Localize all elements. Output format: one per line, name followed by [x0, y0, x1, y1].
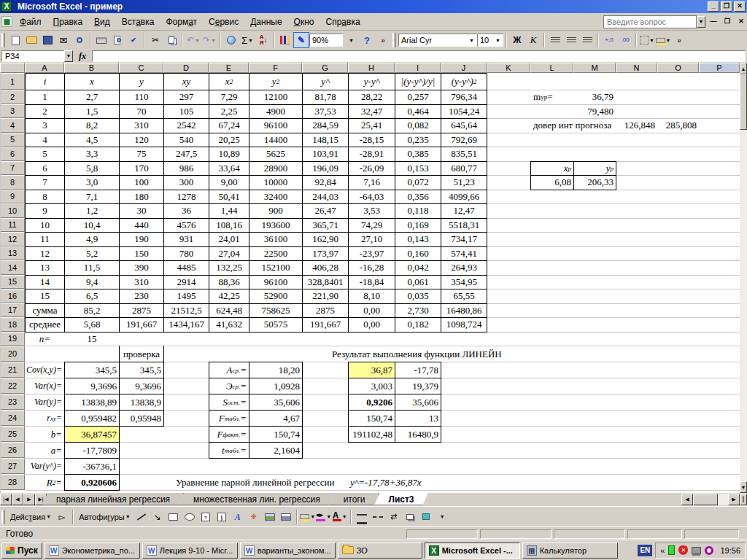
grid-cell[interactable]: 792,69 — [441, 133, 487, 147]
grid-cell[interactable]: xy — [164, 74, 209, 90]
print-icon[interactable] — [93, 32, 109, 48]
grid-cell[interactable]: 148,15 — [303, 133, 348, 147]
grid-cell[interactable]: 12100 — [249, 90, 302, 104]
grid-cell[interactable]: 36,87 — [349, 362, 395, 378]
grid-cell[interactable]: 50,41 — [209, 190, 249, 204]
grid-cell[interactable]: 4 — [26, 133, 64, 147]
grid-cell[interactable]: 12,47 — [441, 204, 487, 218]
grid-cell[interactable]: y^ — [303, 74, 348, 90]
grid-cell[interactable]: 27,04 — [209, 247, 249, 261]
grid-cell[interactable]: 244,03 — [303, 190, 348, 204]
row-header-23[interactable]: 23 — [0, 394, 25, 410]
grid-cell[interactable]: 152100 — [249, 261, 302, 275]
wordart-icon[interactable]: А — [230, 509, 246, 525]
grid-cell[interactable]: 0,143 — [395, 233, 441, 246]
row-header-18[interactable]: 18 — [0, 317, 25, 332]
grid-cell[interactable]: 22500 — [249, 247, 302, 261]
column-header-N[interactable]: N — [616, 63, 657, 73]
grid-cell[interactable]: -17,7809 — [65, 443, 119, 458]
grid-cell[interactable]: 0,061 — [395, 276, 441, 289]
grid-cell[interactable]: 540 — [164, 133, 209, 147]
column-header-E[interactable]: E — [209, 63, 249, 73]
grid-cell[interactable]: 19,379 — [395, 378, 441, 394]
grid-cell[interactable]: 1098,724 — [441, 318, 487, 332]
grid-cell[interactable]: 390 — [120, 261, 163, 275]
grid-cell[interactable]: 3 — [26, 119, 64, 133]
grid-cell[interactable]: 2542 — [164, 119, 209, 133]
zoom-select[interactable]: 90% — [309, 34, 343, 47]
book-restore-button[interactable]: ❐ — [721, 16, 733, 28]
grid-cell[interactable]: 105 — [164, 105, 209, 119]
grid-cell[interactable]: 2875 — [120, 304, 163, 318]
grid-cell[interactable]: 1,5 — [65, 105, 119, 119]
grid-cell[interactable]: 5,68 — [65, 318, 119, 332]
help-icon[interactable]: ? — [359, 32, 375, 48]
grid-cell[interactable]: 624,48 — [209, 304, 249, 318]
grid-cell[interactable]: 0,385 — [395, 147, 441, 161]
grid-cell[interactable]: 170 — [120, 162, 163, 176]
autoshapes-menu[interactable]: Автофигуры▼ — [76, 509, 133, 525]
grid-cell[interactable]: 16480,9 — [395, 427, 441, 442]
toolbar-grip[interactable] — [1, 510, 5, 524]
picture-icon[interactable] — [278, 509, 294, 525]
grid-cell[interactable]: -18,84 — [349, 276, 395, 289]
grid-cell[interactable]: 4576 — [164, 219, 209, 233]
grid-cell[interactable]: 1434,167 — [164, 318, 209, 332]
grid-cell[interactable]: 247,5 — [164, 147, 209, 161]
3d-style-icon[interactable] — [418, 509, 434, 525]
grid-cell[interactable]: 1,0928 — [249, 378, 302, 394]
column-header-K[interactable]: K — [487, 63, 530, 73]
insert-function-button[interactable]: fx — [79, 51, 86, 62]
grid-cell[interactable]: -16,28 — [349, 261, 395, 275]
grid-cell[interactable]: 0,00 — [349, 318, 395, 332]
grid-cell[interactable]: 8,2 — [65, 119, 119, 133]
grid-cell[interactable]: 18,20 — [249, 362, 302, 378]
row-header-20[interactable]: 20 — [0, 346, 25, 362]
grid-cell[interactable]: 4,9 — [65, 233, 119, 246]
grid-cell[interactable]: 0,356 — [395, 190, 441, 204]
start-button[interactable]: Пуск — [1, 542, 42, 559]
zoom-dropdown-icon[interactable]: ▼ — [343, 32, 359, 48]
grid-cell[interactable]: R2= — [26, 475, 64, 490]
bold-icon[interactable]: Ж — [509, 32, 525, 48]
column-header-J[interactable]: J — [441, 63, 487, 73]
grid-cell[interactable]: 13 — [26, 261, 64, 275]
grid-cell[interactable]: y-y^ — [349, 74, 395, 90]
grid-cell[interactable]: 3,003 — [349, 378, 395, 394]
grid-cell[interactable]: 4485 — [164, 261, 209, 275]
column-header-H[interactable]: H — [348, 63, 395, 73]
row-header-26[interactable]: 26 — [0, 442, 25, 458]
grid-cell[interactable]: 206,33 — [574, 176, 616, 190]
grid-cell[interactable]: -26,09 — [349, 162, 395, 176]
grid-cell[interactable]: 27,10 — [349, 233, 395, 246]
grid-cell[interactable]: 835,51 — [441, 147, 487, 161]
grid-cell[interactable]: 7,29 — [209, 90, 249, 104]
grid-cell[interactable]: 2 — [26, 105, 64, 119]
grid-cell[interactable]: 0,082 — [395, 119, 441, 133]
fill-color-icon[interactable]: ▼ — [655, 32, 671, 48]
cut-icon[interactable]: ✂ — [147, 32, 163, 48]
hyperlink-icon[interactable] — [223, 32, 239, 48]
row-header-16[interactable]: 16 — [0, 289, 25, 303]
grid-cell[interactable]: 36,79 — [574, 90, 616, 104]
grid-cell[interactable]: 0,959482 — [65, 411, 119, 426]
grid-cell[interactable]: 5518,31 — [441, 219, 487, 233]
grid-cell[interactable]: 191,667 — [303, 318, 348, 332]
grid-cell[interactable]: 328,8401 — [303, 276, 348, 289]
vertical-text-box-icon[interactable]: ∥ — [214, 509, 230, 525]
grid-cell[interactable]: 120 — [120, 133, 163, 147]
grid-cell[interactable]: Aср.= — [209, 362, 249, 378]
grid-cell[interactable]: 132,25 — [209, 261, 249, 275]
grid-cell[interactable]: 3,53 — [349, 204, 395, 218]
tray-display-icon[interactable] — [692, 547, 701, 554]
open-icon[interactable] — [23, 32, 39, 48]
grid-cell[interactable]: 2,730 — [395, 304, 441, 318]
row-header-11[interactable]: 11 — [0, 218, 25, 233]
grid-cell[interactable]: -28,15 — [349, 133, 395, 147]
column-header-D[interactable]: D — [163, 63, 209, 73]
save-icon[interactable] — [39, 32, 55, 48]
menu-item[interactable]: Справка — [320, 14, 365, 30]
draw-overflow-icon[interactable]: ▼ — [434, 509, 450, 525]
close-button[interactable]: ✕ — [734, 1, 746, 12]
minimize-button[interactable]: _ — [708, 1, 719, 12]
